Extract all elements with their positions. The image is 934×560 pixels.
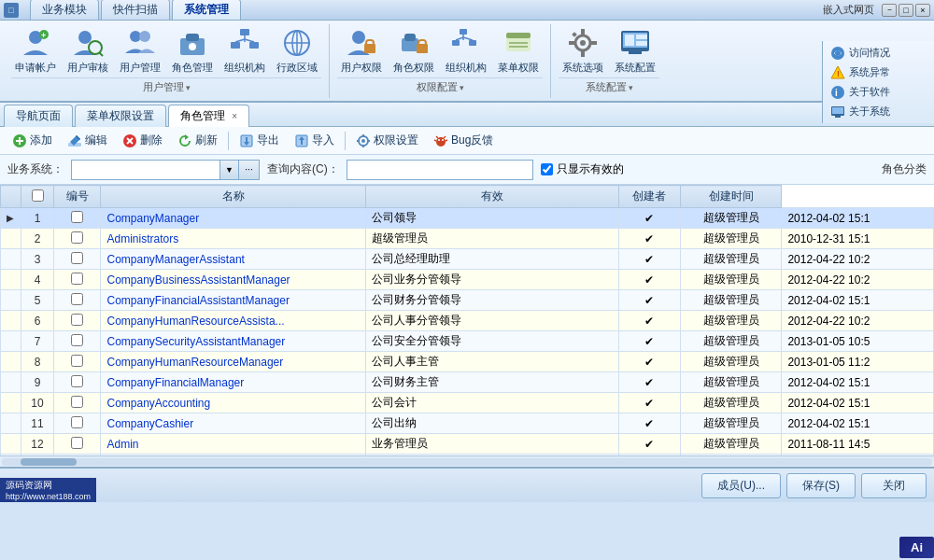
table-row[interactable]: 3 CompanyManagerAssistant 公司总经理助理 ✔ 超级管理… <box>1 249 934 270</box>
svg-line-16 <box>245 39 254 42</box>
row-arrow-cell <box>1 249 21 270</box>
table-row[interactable]: 9 CompanyFinancialManager 公司财务主管 ✔ 超级管理员… <box>1 372 934 393</box>
sys-error-btn[interactable]: ! 系统异常 <box>828 64 928 81</box>
row-check-cell[interactable] <box>54 249 101 270</box>
user-mgmt-collapse[interactable]: ▾ <box>186 83 191 92</box>
row-time-cell: 2012-04-02 15:1 <box>782 372 934 393</box>
tab-sys-admin[interactable]: 系统管理 <box>172 0 241 21</box>
svg-text:i: i <box>835 88 838 98</box>
table-row[interactable]: 8 CompanyHumanResourceManager 公司人事主管 ✔ 超… <box>1 352 934 372</box>
row-num-cell: 9 <box>21 372 54 393</box>
ribbon-btn-role-mgmt[interactable]: 角色管理 <box>168 24 217 76</box>
row-name-cell: 公司会计 <box>365 393 618 413</box>
close-button[interactable]: 关闭 <box>861 473 927 498</box>
table-row[interactable]: 5 CompanyFinancialAssistantManager 公司财务分… <box>1 290 934 311</box>
sys-config-group-label: 系统配置 ▾ <box>559 77 659 96</box>
page-tab-role-mgmt[interactable]: 角色管理 × <box>168 105 249 127</box>
import-button[interactable]: 导入 <box>288 130 341 151</box>
perm-set-button[interactable]: 权限设置 <box>349 130 425 151</box>
table-row[interactable]: 11 CompanyCashier 公司出纳 ✔ 超级管理员 2012-04-0… <box>1 413 934 434</box>
close-button[interactable]: × <box>915 4 930 17</box>
table-row[interactable]: 10 CompanyAccounting 公司会计 ✔ 超级管理员 2012-0… <box>1 393 934 413</box>
ribbon-btn-user-mgmt[interactable]: 用户管理 <box>116 24 164 76</box>
tab-quick-scan[interactable]: 快件扫描 <box>101 0 170 21</box>
ribbon-btn-sys-config[interactable]: 系统配置 <box>611 24 659 76</box>
ribbon-btn-user-audit[interactable]: 用户审核 <box>64 24 112 76</box>
about-sys-btn[interactable]: 关于系统 <box>828 104 928 120</box>
member-button[interactable]: 成员(U)... <box>701 473 781 498</box>
title-bar: □ 业务模块 快件扫描 系统管理 嵌入式网页 － □ × <box>0 0 934 21</box>
biz-system-input[interactable] <box>71 160 220 180</box>
maximize-button[interactable]: □ <box>899 4 913 17</box>
ribbon-btn-role-perm[interactable]: 角色权限 <box>389 24 438 76</box>
row-num-cell: 12 <box>21 434 54 455</box>
row-time-cell: 2012-04-02 15:1 <box>782 413 934 434</box>
ribbon-btn-sys-options[interactable]: 系统选项 <box>559 24 607 76</box>
svg-rect-29 <box>452 40 460 46</box>
user-perm-icon <box>345 26 378 60</box>
row-arrow-cell <box>1 229 21 249</box>
biz-system-dropdown[interactable]: ▼ <box>220 160 239 180</box>
ribbon-btn-org-struct[interactable]: 组织机构 <box>220 24 269 76</box>
save-button[interactable]: 保存(S) <box>786 473 856 498</box>
row-check-cell[interactable] <box>54 434 101 455</box>
hscroll-thumb[interactable] <box>21 458 77 466</box>
row-code-cell: Administrators <box>101 229 365 249</box>
perm-collapse[interactable]: ▾ <box>460 83 464 92</box>
ribbon-btn-apply-account[interactable]: + 申请帐户 <box>11 24 60 76</box>
export-button[interactable]: 导出 <box>233 130 286 151</box>
page-tab-menu-perm[interactable]: 菜单权限设置 <box>75 105 166 127</box>
sys-config-collapse[interactable]: ▾ <box>629 83 633 92</box>
svg-text:+: + <box>41 31 46 40</box>
row-valid-cell: ✔ <box>618 208 680 229</box>
refresh-button[interactable]: 刷新 <box>171 130 224 151</box>
table-row[interactable]: 12 Admin 业务管理员 ✔ 超级管理员 2011-08-11 14:5 <box>1 434 934 455</box>
row-check-cell[interactable] <box>54 270 101 290</box>
table-row[interactable]: ▶ 1 CompanyManager 公司领导 ✔ 超级管理员 2012-04-… <box>1 208 934 229</box>
ribbon-btn-org-perm[interactable]: 组织机构 <box>442 24 490 76</box>
row-time-cell: 2010-12-31 15:1 <box>782 229 934 249</box>
ribbon-items-perm: 用户权限 角色权限 组织机构 <box>337 24 543 76</box>
ribbon-btn-user-perm[interactable]: 用户权限 <box>337 24 386 76</box>
table-row[interactable]: 2 Administrators 超级管理员 ✔ 超级管理员 2010-12-3… <box>1 229 934 249</box>
ribbon-btn-menu-perm[interactable]: 菜单权限 <box>494 24 543 76</box>
perm-set-icon <box>356 133 371 148</box>
row-check-cell[interactable] <box>54 372 101 393</box>
tab-business-module[interactable]: 业务模块 <box>30 0 99 21</box>
select-all-checkbox[interactable] <box>32 189 44 202</box>
sys-config-label: 系统配置 <box>615 62 656 74</box>
about-soft-btn[interactable]: i 关于软件 <box>828 84 928 101</box>
row-valid-cell: ✔ <box>618 331 680 352</box>
row-check-cell[interactable] <box>54 352 101 372</box>
row-check-cell[interactable] <box>54 290 101 311</box>
valid-only-checkbox[interactable] <box>541 163 553 175</box>
bug-report-button[interactable]: Bug反馈 <box>427 130 500 151</box>
menu-perm-label: 菜单权限 <box>498 62 539 74</box>
tab-close-btn[interactable]: × <box>232 111 237 121</box>
row-check-cell[interactable] <box>54 413 101 434</box>
edit-button[interactable]: 编辑 <box>61 130 114 151</box>
page-tab-nav[interactable]: 导航页面 <box>4 105 73 127</box>
biz-system-extra[interactable]: ··· <box>239 160 260 180</box>
delete-button[interactable]: 删除 <box>116 130 169 151</box>
row-check-cell[interactable] <box>54 229 101 249</box>
ribbon-btn-admin-region[interactable]: 行政区域 <box>273 24 321 76</box>
table-row[interactable]: 6 CompanyHumanResourceAssista... 公司人事分管领… <box>1 311 934 331</box>
visit-status-btn[interactable]: 访问情况 <box>828 45 928 62</box>
row-check-cell[interactable] <box>54 393 101 413</box>
row-num-cell: 8 <box>21 352 54 372</box>
row-check-cell[interactable] <box>54 331 101 352</box>
row-check-cell[interactable] <box>54 208 101 229</box>
refresh-icon <box>177 133 192 148</box>
add-button[interactable]: 添加 <box>6 130 59 151</box>
row-code-cell: CompanyFinancialAssistantManager <box>101 290 365 311</box>
table-row[interactable]: 7 CompanySecurityAssistantManager 公司安全分管… <box>1 331 934 352</box>
row-num-cell: 1 <box>21 208 54 229</box>
table-row[interactable]: 4 CompanyBusinessAssistantManager 公司业务分管… <box>1 270 934 290</box>
svg-line-85 <box>446 140 447 141</box>
hscroll[interactable] <box>0 455 934 467</box>
menu-perm-icon <box>502 26 535 60</box>
row-check-cell[interactable] <box>54 311 101 331</box>
minimize-button[interactable]: － <box>882 4 897 17</box>
query-input[interactable] <box>347 160 533 180</box>
